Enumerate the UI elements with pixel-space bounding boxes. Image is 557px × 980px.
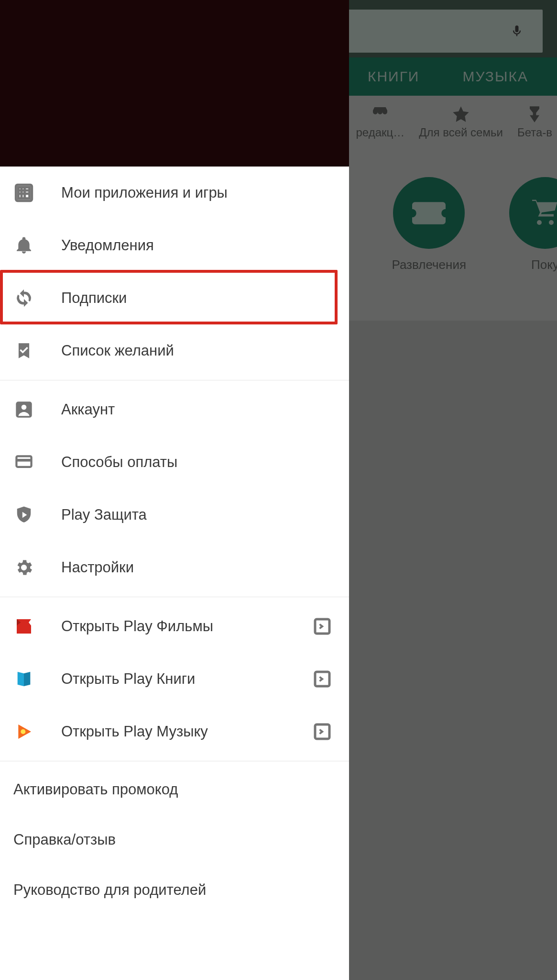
tab-books[interactable]: КНИГИ — [368, 68, 420, 85]
account-icon — [13, 399, 34, 420]
nav-protect[interactable]: Play Защита — [0, 489, 349, 541]
svg-rect-4 — [16, 456, 31, 467]
ticket-icon — [412, 200, 446, 226]
chip-label: Бета-в — [517, 126, 552, 139]
category-label: Развлечения — [392, 257, 466, 272]
nav-label: Активировать промокод — [13, 781, 178, 798]
svg-point-8 — [21, 729, 25, 734]
tab-music[interactable]: МУЗЫКА — [462, 68, 528, 85]
refresh-icon — [13, 288, 34, 309]
open-external-icon — [313, 617, 332, 636]
nav-parents-guide[interactable]: Руководство для родителей — [0, 865, 349, 915]
nav-help[interactable]: Справка/отзыв — [0, 814, 349, 865]
nav-label: Справка/отзыв — [13, 831, 116, 848]
gear-icon — [13, 557, 34, 578]
open-external-icon — [313, 722, 332, 741]
nav-open-books[interactable]: Открыть Play Книги — [0, 653, 349, 705]
category-entertainment[interactable]: Развлечения — [392, 177, 466, 272]
divider — [0, 380, 349, 380]
nav-label: Уведомления — [61, 237, 349, 254]
divider — [0, 761, 349, 761]
star-icon — [451, 105, 470, 124]
divider — [0, 597, 349, 597]
play-music-icon — [13, 721, 34, 742]
nav-wishlist[interactable]: Список желаний — [0, 324, 349, 377]
nav-promo[interactable]: Активировать промокод — [0, 764, 349, 814]
category-shopping[interactable]: Поку — [509, 177, 557, 272]
bookmark-check-icon — [13, 340, 34, 361]
nav-label: Открыть Play Фильмы — [61, 618, 286, 635]
nav-label: Руководство для родителей — [13, 881, 206, 899]
nav-label: Аккаунт — [61, 401, 349, 418]
nav-settings[interactable]: Настройки — [0, 541, 349, 594]
drawer-header — [0, 0, 349, 167]
card-icon — [13, 452, 34, 473]
chip-label: Для всей семьи — [419, 126, 503, 139]
navigation-drawer: Мои приложения и игры Уведомления Подпис… — [0, 167, 349, 980]
open-external-icon — [313, 669, 332, 689]
apps-icon — [13, 182, 34, 203]
nav-label: Мои приложения и игры — [61, 184, 349, 201]
nav-label: Открыть Play Книги — [61, 670, 286, 688]
chip-beta[interactable]: Бета-в — [517, 105, 552, 139]
bell-icon — [13, 235, 34, 256]
nav-payment[interactable]: Способы оплаты — [0, 436, 349, 489]
nav-label: Play Защита — [61, 506, 349, 523]
chip-family[interactable]: Для всей семьи — [419, 105, 503, 139]
play-movies-icon — [13, 616, 34, 637]
badge-icon — [371, 105, 390, 124]
nav-subscriptions[interactable]: Подписки — [0, 272, 349, 324]
nav-label: Список желаний — [61, 342, 349, 359]
svg-point-3 — [22, 405, 27, 410]
play-books-icon — [13, 668, 34, 690]
cart-icon — [530, 199, 557, 227]
nav-label: Подписки — [61, 290, 349, 307]
nav-label: Настройки — [61, 559, 349, 576]
nav-account[interactable]: Аккаунт — [0, 383, 349, 436]
nav-label: Открыть Play Музыку — [61, 723, 286, 740]
nav-notifications[interactable]: Уведомления — [0, 219, 349, 272]
shield-play-icon — [13, 504, 34, 525]
nav-open-movies[interactable]: Открыть Play Фильмы — [0, 600, 349, 653]
svg-rect-5 — [16, 459, 31, 462]
category-label: Поку — [531, 257, 557, 272]
mic-icon[interactable] — [510, 21, 524, 42]
chip-label: редакц… — [356, 126, 405, 139]
flask-icon — [525, 105, 544, 124]
chip-editors[interactable]: редакц… — [356, 105, 405, 139]
nav-label: Способы оплаты — [61, 454, 349, 471]
nav-my-apps[interactable]: Мои приложения и игры — [0, 167, 349, 219]
nav-open-music[interactable]: Открыть Play Музыку — [0, 705, 349, 758]
